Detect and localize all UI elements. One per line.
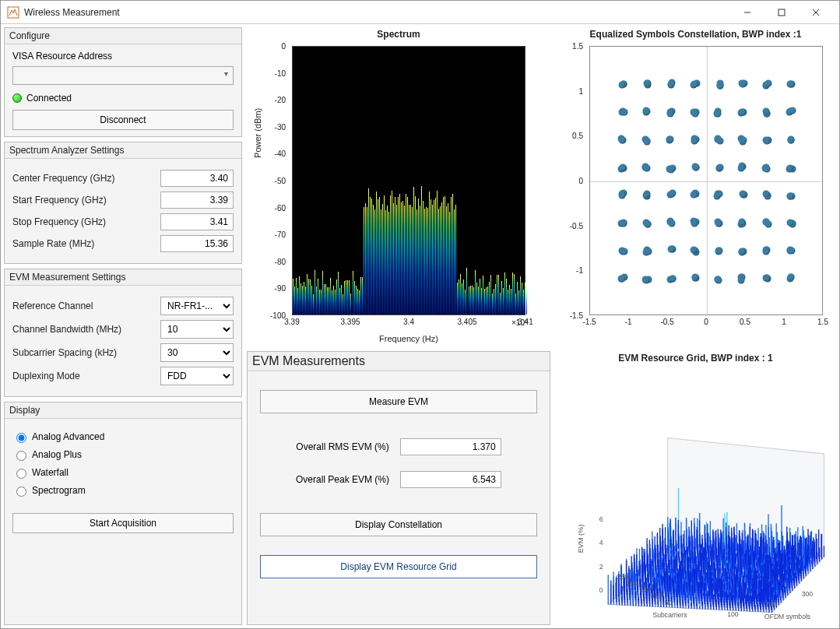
svg-text:0: 0 [599,586,603,594]
evm-measurement-settings-panel: EVM Measurement Settings Reference Chann… [4,269,242,397]
stop-freq-input[interactable] [160,213,234,230]
close-button[interactable] [799,2,833,23]
display-evm-resource-grid-button[interactable]: Display EVM Resource Grid [260,555,537,578]
svg-text:100: 100 [652,592,663,599]
measure-evm-button[interactable]: Measure EVM [260,390,537,413]
center-freq-label: Center Frequency (GHz) [12,173,156,184]
spectrum-plot: Spectrum 0-10-20-30-40-50-60-70-80-90-10… [247,27,550,346]
analog-advanced-radio[interactable] [16,433,26,443]
svg-text:4: 4 [599,539,603,546]
opt0: Analog Advanced [32,431,104,442]
app-window: Wireless Measurement Configure VISA Reso… [0,0,840,629]
svg-text:200: 200 [627,579,638,587]
start-freq-label: Start Frequency (GHz) [12,195,156,206]
status-text: Connected [26,93,72,104]
svg-text:Subcarriers: Subcarriers [653,611,687,619]
display-constellation-button[interactable]: Display Constellation [260,513,537,536]
maximize-button[interactable] [764,2,799,23]
spectrum-xlabel: Frequency (Hz) [379,334,438,343]
configure-panel: Configure VISA Resource Address Connecte… [4,27,242,137]
center-freq-input[interactable] [160,170,234,187]
evm-settings-header: EVM Measurement Settings [5,269,241,286]
ref-channel-select[interactable]: NR-FR1-... [160,297,234,315]
svg-text:100: 100 [727,610,738,618]
spectrum-x-exponent: ×10⁹ [511,318,550,329]
display-panel: Display Analog Advanced Analog Plus Wate… [4,402,242,625]
evm-meas-header: EVM Measurements [248,352,550,371]
rms-evm-value[interactable] [400,438,501,455]
peak-evm-value[interactable] [400,471,501,488]
rms-evm-label: Overall RMS EVM (%) [296,441,388,452]
resource-grid-title: EVM Resource Grid, BWP index : 1 [555,351,836,365]
scs-label: Subcarrier Spacing (kHz) [12,347,156,358]
app-icon [7,6,19,19]
spectrum-ylabel: Power (dBm) [253,108,262,158]
svg-text:EVM (%): EVM (%) [578,525,585,553]
svg-text:6: 6 [599,515,603,522]
svg-text:300: 300 [802,590,813,598]
scs-select[interactable]: 30 [160,343,234,362]
spectrogram-radio[interactable] [16,487,26,497]
left-pane: Configure VISA Resource Address Connecte… [4,27,242,625]
ch-bw-label: Channel Bandwidth (MHz) [12,324,156,335]
titlebar: Wireless Measurement [1,1,839,24]
spectrum-title: Spectrum [247,27,550,41]
sample-rate-label: Sample Rate (MHz) [12,238,156,249]
disconnect-button[interactable]: Disconnect [12,110,234,130]
waterfall-radio[interactable] [16,469,26,479]
ref-channel-label: Reference Channel [12,300,156,311]
window-title: Wireless Measurement [24,7,730,18]
visa-address-dropdown[interactable] [12,66,234,85]
stop-freq-label: Stop Frequency (GHz) [12,216,156,227]
opt2: Waterfall [32,467,69,478]
svg-text:50: 50 [665,598,673,606]
start-freq-input[interactable] [160,192,234,209]
opt1: Analog Plus [32,449,82,460]
svg-text:150: 150 [639,585,650,593]
constellation-title: Equalized Symbols Constellation, BWP ind… [555,27,836,41]
evm-resource-grid-plot: EVM Resource Grid, BWP index : 1 6 4 2 0 [555,351,836,625]
start-acquisition-button[interactable]: Start Acquisition [12,513,234,533]
svg-rect-2 [778,9,785,16]
visa-label: VISA Resource Address [12,51,234,61]
duplex-select[interactable]: FDD [160,367,234,385]
configure-header: Configure [5,28,241,44]
display-header: Display [5,402,241,419]
minimize-button[interactable] [730,2,764,23]
sa-header: Spectrum Analyzer Settings [5,142,241,159]
sample-rate-input[interactable] [160,235,234,252]
svg-text:2: 2 [599,562,603,570]
svg-text:250: 250 [617,573,628,581]
opt3: Spectrogram [32,485,86,496]
analog-plus-radio[interactable] [16,451,26,461]
status-led-icon [12,93,22,103]
right-pane: Spectrum 0-10-20-30-40-50-60-70-80-90-10… [247,27,836,625]
duplex-label: Duplexing Mode [12,371,156,381]
ch-bw-select[interactable]: 10 [160,320,234,339]
svg-text:OFDM symbols: OFDM symbols [764,613,811,620]
svg-text:200: 200 [766,599,777,607]
peak-evm-label: Overall Peak EVM (%) [296,474,389,485]
content-area: Configure VISA Resource Address Connecte… [1,24,839,628]
evm-measurements-panel: EVM Measurements Measure EVM Overall RMS… [247,351,550,625]
spectrum-analyzer-settings-panel: Spectrum Analyzer Settings Center Freque… [4,142,242,264]
constellation-plot: Equalized Symbols Constellation, BWP ind… [555,27,836,346]
